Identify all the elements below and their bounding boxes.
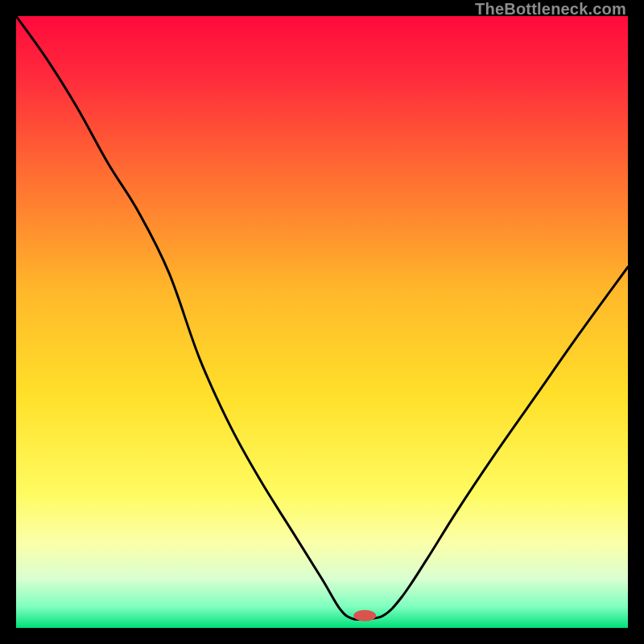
watermark-label: TheBottleneck.com	[475, 0, 626, 19]
chart-frame	[16, 16, 628, 628]
optimum-marker	[353, 610, 376, 621]
chart-svg	[16, 16, 628, 628]
gradient-background	[16, 16, 628, 628]
plot-area	[16, 16, 628, 628]
